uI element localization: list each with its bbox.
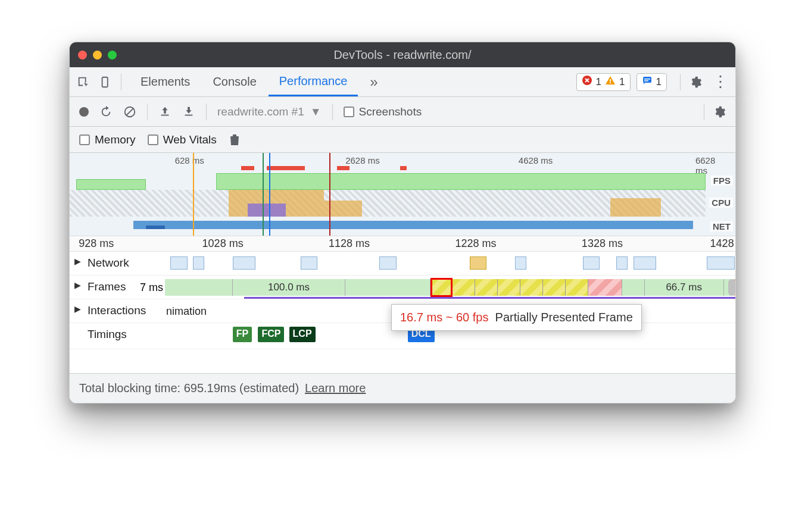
svg-rect-6 [644,80,648,82]
tab-performance[interactable]: Performance [269,67,358,96]
tooltip-description: Partially Presented Frame [495,311,633,324]
memory-checkbox[interactable]: Memory [79,133,136,146]
ruler-tick: 1228 ms [455,237,496,250]
overview-tick: 2628 ms [345,155,380,165]
expand-toggle-icon[interactable]: ▶ [74,256,81,266]
lane-scrollbar[interactable] [728,279,735,296]
ruler-tick: 928 ms [79,237,114,250]
target-selector[interactable]: readwrite.com #1 ▼ [217,105,322,118]
timings-lane-label: Timings [88,328,127,341]
message-count: 1 [656,76,662,88]
message-icon [642,75,653,89]
performance-toolbar: readwrite.com #1 ▼ Screenshots [70,97,735,127]
svg-line-8 [126,108,134,115]
total-blocking-time-text: Total blocking time: 695.19ms (estimated… [79,381,299,395]
clear-button[interactable] [123,105,136,118]
svg-rect-3 [610,82,611,83]
flamechart-lanes: ▶ Network ▶ Frames 7 ms 100. [70,252,735,373]
checkbox-icon [148,134,158,145]
fps-row-label: FPS [711,176,733,186]
device-toolbar-icon[interactable] [99,76,113,89]
memory-label: Memory [95,133,136,146]
tabs-overflow-button[interactable]: » [359,67,388,96]
frame-duration-truncated: 7 ms [140,281,163,294]
cpu-track [70,190,706,217]
overview-tick: 4628 ms [519,155,553,165]
svg-rect-4 [643,77,651,83]
svg-rect-10 [185,114,193,115]
target-selector-value: readwrite.com #1 [217,105,304,118]
capture-settings-icon[interactable] [713,105,726,118]
messages-badge[interactable]: 1 [636,73,667,91]
svg-rect-9 [161,114,169,115]
minimize-window-icon[interactable] [93,51,102,60]
screenshots-checkbox[interactable]: Screenshots [344,105,422,118]
settings-icon[interactable] [689,76,702,89]
frame-tooltip: 16.7 ms ~ 60 fps Partially Presented Fra… [391,304,642,331]
network-lane-label: Network [88,256,129,270]
tab-console[interactable]: Console [202,67,267,96]
garbage-collect-icon[interactable] [229,133,241,146]
tab-elements[interactable]: Elements [130,67,201,96]
ruler-tick: 1328 ms [582,237,623,250]
frames-lane-label: Frames [88,280,126,293]
performance-settings-row: Memory Web Vitals [70,127,735,153]
ruler-tick: 1128 ms [329,237,370,250]
net-row-label: NET [710,221,733,231]
network-lane[interactable]: ▶ Network [70,252,735,276]
timing-fcp[interactable]: FCP [258,327,284,342]
error-count: 1 [596,76,601,88]
summary-footer: Total blocking time: 695.19ms (estimated… [70,373,735,403]
web-vitals-label: Web Vitals [163,133,217,146]
load-profile-icon[interactable] [158,105,171,118]
interactions-lane-label: Interactions [88,304,146,317]
frame-duration: 66.7 ms [666,281,701,293]
fps-track [70,166,706,190]
ruler-tick: 1028 ms [202,237,244,250]
overview-ticks: 628 ms 2628 ms 4628 ms 6628 ms [70,155,735,165]
timing-fp[interactable]: FP [233,327,252,342]
warning-count: 1 [619,76,625,88]
window-controls [78,51,117,60]
overview-minimap[interactable]: 628 ms 2628 ms 4628 ms 6628 ms FPS CPU N… [70,153,735,236]
net-track [70,218,706,231]
timing-lcp[interactable]: LCP [289,327,316,342]
learn-more-link[interactable]: Learn more [305,381,366,395]
error-icon [582,75,592,89]
kebab-menu-icon[interactable]: ⋮ [713,73,728,91]
expand-toggle-icon[interactable]: ▶ [74,280,81,290]
overview-tick: 628 ms [175,155,204,165]
selected-frame-highlight [430,278,453,297]
window-title: DevTools - readwrite.com/ [70,48,735,62]
web-vitals-checkbox[interactable]: Web Vitals [148,133,217,146]
reload-record-button[interactable] [99,105,113,118]
frame-duration: 100.0 ms [268,281,310,293]
frames-lane-content[interactable]: 100.0 ms 66.7 ms [165,276,729,299]
network-lane-content[interactable] [165,252,729,275]
animation-text: nimation [166,305,207,318]
svg-rect-0 [102,77,108,87]
svg-rect-5 [644,79,650,80]
timeline-ruler[interactable]: 928 ms 1028 ms 1128 ms 1228 ms 1328 ms 1… [70,236,735,252]
close-window-icon[interactable] [78,51,87,60]
issues-badge[interactable]: 1 1 [576,73,631,91]
checkbox-icon [344,107,354,117]
record-button[interactable] [79,107,89,117]
warning-icon [605,75,616,89]
expand-toggle-icon[interactable]: ▶ [74,304,81,314]
cpu-row-label: CPU [709,198,733,208]
titlebar: DevTools - readwrite.com/ [70,42,735,67]
svg-rect-2 [610,79,611,82]
maximize-window-icon[interactable] [108,51,117,60]
dropdown-caret-icon: ▼ [310,105,322,118]
save-profile-icon[interactable] [182,105,195,118]
tooltip-timing: 16.7 ms ~ 60 fps [400,311,488,324]
devtools-tabbar: Elements Console Performance » 1 1 1 ⋮ [70,67,735,97]
frames-lane[interactable]: ▶ Frames 7 ms 100.0 ms 66.7 ms [70,276,735,299]
devtools-window: DevTools - readwrite.com/ Elements Conso… [69,42,736,403]
inspect-element-icon[interactable] [77,76,90,89]
checkbox-icon [79,134,90,145]
screenshots-label: Screenshots [359,105,422,118]
